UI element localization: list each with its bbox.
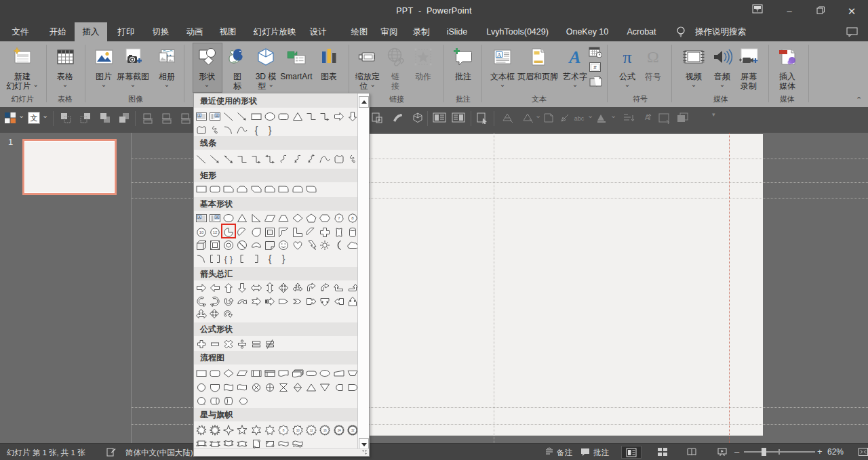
svg-text:A: A (198, 113, 201, 117)
svg-text:32: 32 (351, 428, 354, 432)
svg-text:A: A (568, 47, 580, 67)
svg-text:{: { (254, 124, 258, 135)
svg-text:}: } (282, 253, 285, 264)
svg-text:}: } (269, 124, 272, 135)
svg-text:16: 16 (323, 428, 327, 432)
svg-text:#: # (593, 64, 597, 70)
svg-text:abc: abc (574, 115, 585, 122)
svg-text:Ω: Ω (647, 48, 659, 66)
svg-text:24: 24 (337, 428, 340, 432)
svg-text:}: } (230, 255, 233, 264)
svg-text:A: A (198, 215, 201, 219)
svg-text:{: { (269, 253, 272, 264)
svg-text:12: 12 (212, 230, 217, 234)
svg-text:文: 文 (31, 114, 38, 122)
svg-text:A: A (497, 51, 502, 58)
svg-text:A: A (216, 215, 218, 219)
svg-text:10: 10 (199, 230, 203, 234)
svg-text:A: A (216, 113, 218, 117)
svg-text:{: { (224, 255, 227, 264)
svg-text:10: 10 (296, 428, 299, 432)
svg-text:12: 12 (310, 428, 313, 432)
